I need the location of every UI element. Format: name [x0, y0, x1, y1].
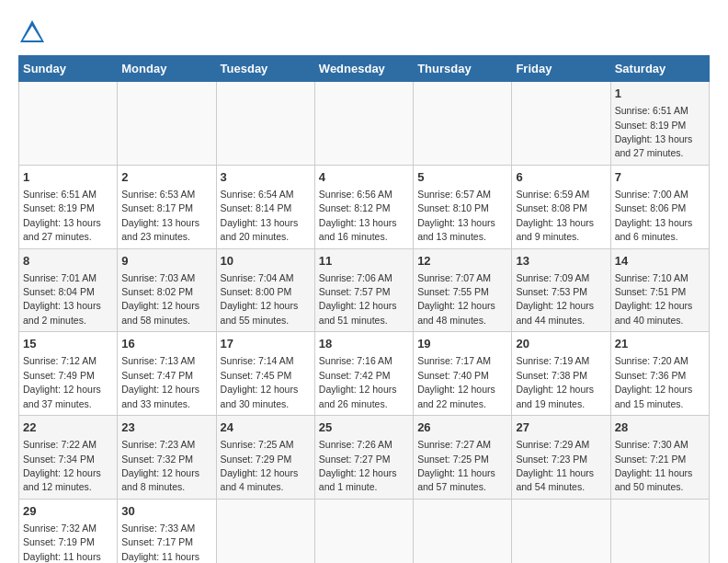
calendar-cell: 22Sunrise: 7:22 AM Sunset: 7:34 PM Dayli…	[19, 416, 118, 500]
day-number: 27	[516, 419, 606, 436]
day-info: Sunrise: 7:12 AM Sunset: 7:49 PM Dayligh…	[23, 355, 101, 408]
day-number: 9	[121, 253, 211, 270]
calendar-cell: 6Sunrise: 6:59 AM Sunset: 8:08 PM Daylig…	[512, 165, 610, 248]
day-info: Sunrise: 6:56 AM Sunset: 8:12 PM Dayligh…	[319, 189, 397, 242]
day-number: 4	[319, 169, 409, 186]
day-info: Sunrise: 6:51 AM Sunset: 8:19 PM Dayligh…	[23, 189, 101, 242]
day-number: 14	[615, 253, 705, 270]
day-info: Sunrise: 7:23 AM Sunset: 7:32 PM Dayligh…	[121, 439, 199, 492]
calendar-header: SundayMondayTuesdayWednesdayThursdayFrid…	[19, 56, 710, 82]
day-number: 21	[615, 336, 705, 352]
day-number: 15	[23, 336, 113, 352]
calendar-cell: 9Sunrise: 7:03 AM Sunset: 8:02 PM Daylig…	[118, 248, 216, 332]
day-info: Sunrise: 7:33 AM Sunset: 7:17 PM Dayligh…	[121, 523, 199, 563]
day-number: 16	[121, 336, 211, 352]
calendar-cell	[512, 499, 610, 563]
calendar-week-row: 29Sunrise: 7:32 AM Sunset: 7:19 PM Dayli…	[19, 499, 710, 563]
day-info: Sunrise: 7:19 AM Sunset: 7:38 PM Dayligh…	[516, 355, 594, 408]
day-info: Sunrise: 7:14 AM Sunset: 7:45 PM Dayligh…	[221, 355, 299, 408]
day-info: Sunrise: 7:26 AM Sunset: 7:27 PM Dayligh…	[319, 439, 397, 492]
calendar-cell: 21Sunrise: 7:20 AM Sunset: 7:36 PM Dayli…	[610, 332, 709, 416]
day-info: Sunrise: 7:22 AM Sunset: 7:34 PM Dayligh…	[23, 439, 101, 492]
calendar-cell: 19Sunrise: 7:17 AM Sunset: 7:40 PM Dayli…	[414, 332, 512, 416]
header-day: Monday	[118, 56, 216, 82]
day-info: Sunrise: 7:13 AM Sunset: 7:47 PM Dayligh…	[121, 355, 199, 408]
day-number: 30	[121, 503, 211, 520]
calendar-cell	[216, 499, 314, 563]
day-info: Sunrise: 7:07 AM Sunset: 7:55 PM Dayligh…	[417, 272, 495, 326]
calendar-cell	[512, 82, 610, 166]
day-info: Sunrise: 7:09 AM Sunset: 7:53 PM Dayligh…	[516, 272, 594, 326]
calendar-cell	[610, 499, 709, 563]
calendar-week-row: 1Sunrise: 6:51 AM Sunset: 8:19 PM Daylig…	[19, 165, 710, 248]
day-number: 28	[615, 419, 705, 436]
day-info: Sunrise: 6:54 AM Sunset: 8:14 PM Dayligh…	[221, 189, 299, 242]
day-info: Sunrise: 7:10 AM Sunset: 7:51 PM Dayligh…	[615, 272, 693, 326]
day-info: Sunrise: 7:29 AM Sunset: 7:23 PM Dayligh…	[516, 439, 594, 492]
calendar-cell: 14Sunrise: 7:10 AM Sunset: 7:51 PM Dayli…	[610, 248, 709, 332]
logo-icon	[18, 18, 46, 46]
calendar-cell: 17Sunrise: 7:14 AM Sunset: 7:45 PM Dayli…	[216, 332, 314, 416]
calendar-cell: 24Sunrise: 7:25 AM Sunset: 7:29 PM Dayli…	[216, 416, 314, 500]
calendar-cell	[216, 82, 314, 166]
day-number: 3	[221, 169, 311, 186]
day-number: 13	[516, 253, 606, 270]
day-info: Sunrise: 7:30 AM Sunset: 7:21 PM Dayligh…	[615, 439, 693, 492]
day-info: Sunrise: 7:00 AM Sunset: 8:06 PM Dayligh…	[615, 189, 693, 242]
day-info: Sunrise: 6:57 AM Sunset: 8:10 PM Dayligh…	[417, 189, 495, 242]
day-number: 18	[319, 336, 409, 352]
day-number: 2	[121, 169, 211, 186]
day-number: 5	[417, 169, 507, 186]
calendar-cell: 28Sunrise: 7:30 AM Sunset: 7:21 PM Dayli…	[610, 416, 709, 500]
calendar-cell: 30Sunrise: 7:33 AM Sunset: 7:17 PM Dayli…	[118, 499, 216, 563]
day-number: 8	[23, 253, 113, 270]
day-info: Sunrise: 7:16 AM Sunset: 7:42 PM Dayligh…	[319, 355, 397, 408]
day-info: Sunrise: 7:03 AM Sunset: 8:02 PM Dayligh…	[121, 272, 199, 326]
day-number: 11	[319, 253, 409, 270]
calendar-cell: 23Sunrise: 7:23 AM Sunset: 7:32 PM Dayli…	[118, 416, 216, 500]
day-number: 22	[23, 419, 113, 436]
header-day: Wednesday	[314, 56, 413, 82]
header-day: Saturday	[610, 56, 709, 82]
calendar-cell: 20Sunrise: 7:19 AM Sunset: 7:38 PM Dayli…	[512, 332, 610, 416]
day-info: Sunrise: 7:27 AM Sunset: 7:25 PM Dayligh…	[417, 439, 495, 492]
day-info: Sunrise: 6:53 AM Sunset: 8:17 PM Dayligh…	[121, 189, 199, 242]
day-info: Sunrise: 7:01 AM Sunset: 8:04 PM Dayligh…	[23, 272, 101, 326]
calendar-table: SundayMondayTuesdayWednesdayThursdayFrid…	[18, 55, 710, 563]
calendar-cell: 2Sunrise: 6:53 AM Sunset: 8:17 PM Daylig…	[118, 165, 216, 248]
calendar-week-row: 22Sunrise: 7:22 AM Sunset: 7:34 PM Dayli…	[19, 416, 710, 500]
day-number: 1	[615, 86, 705, 102]
page-header	[18, 18, 710, 46]
header-row: SundayMondayTuesdayWednesdayThursdayFrid…	[19, 56, 710, 82]
header-day: Tuesday	[216, 56, 314, 82]
calendar-week-row: 8Sunrise: 7:01 AM Sunset: 8:04 PM Daylig…	[19, 248, 710, 332]
calendar-body: 1Sunrise: 6:51 AM Sunset: 8:19 PM Daylig…	[19, 82, 710, 564]
calendar-cell: 1Sunrise: 6:51 AM Sunset: 8:19 PM Daylig…	[19, 165, 118, 248]
day-number: 20	[516, 336, 606, 352]
calendar-cell	[118, 82, 216, 166]
day-info: Sunrise: 7:17 AM Sunset: 7:40 PM Dayligh…	[417, 355, 495, 408]
calendar-cell: 7Sunrise: 7:00 AM Sunset: 8:06 PM Daylig…	[610, 165, 709, 248]
header-day: Thursday	[414, 56, 512, 82]
calendar-cell: 3Sunrise: 6:54 AM Sunset: 8:14 PM Daylig…	[216, 165, 314, 248]
day-number: 1	[23, 169, 113, 186]
day-info: Sunrise: 7:32 AM Sunset: 7:19 PM Dayligh…	[23, 523, 101, 563]
day-info: Sunrise: 7:06 AM Sunset: 7:57 PM Dayligh…	[319, 272, 397, 326]
day-info: Sunrise: 7:20 AM Sunset: 7:36 PM Dayligh…	[615, 355, 693, 408]
day-number: 12	[417, 253, 507, 270]
day-info: Sunrise: 7:04 AM Sunset: 8:00 PM Dayligh…	[221, 272, 299, 326]
header-day: Friday	[512, 56, 610, 82]
calendar-cell: 10Sunrise: 7:04 AM Sunset: 8:00 PM Dayli…	[216, 248, 314, 332]
calendar-cell: 13Sunrise: 7:09 AM Sunset: 7:53 PM Dayli…	[512, 248, 610, 332]
calendar-cell: 1Sunrise: 6:51 AM Sunset: 8:19 PM Daylig…	[610, 82, 709, 166]
calendar-cell	[314, 499, 413, 563]
day-info: Sunrise: 7:25 AM Sunset: 7:29 PM Dayligh…	[221, 439, 299, 492]
header-day: Sunday	[19, 56, 118, 82]
day-number: 26	[417, 419, 507, 436]
calendar-cell: 25Sunrise: 7:26 AM Sunset: 7:27 PM Dayli…	[314, 416, 413, 500]
calendar-cell: 26Sunrise: 7:27 AM Sunset: 7:25 PM Dayli…	[414, 416, 512, 500]
calendar-cell: 4Sunrise: 6:56 AM Sunset: 8:12 PM Daylig…	[314, 165, 413, 248]
day-number: 23	[121, 419, 211, 436]
day-number: 6	[516, 169, 606, 186]
calendar-cell: 11Sunrise: 7:06 AM Sunset: 7:57 PM Dayli…	[314, 248, 413, 332]
